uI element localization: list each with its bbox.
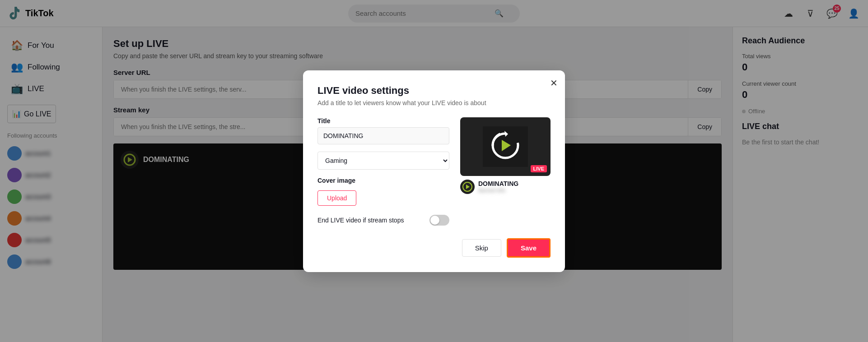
save-button[interactable]: Save [507, 238, 551, 258]
modal-body: Title Gaming Music Sports Education Come… [317, 117, 551, 226]
preview-sub: blurred info [478, 187, 518, 194]
cover-image-section: Cover image Upload [317, 177, 449, 206]
upload-button[interactable]: Upload [317, 190, 356, 206]
preview-avatar [460, 180, 475, 194]
live-video-settings-modal: ✕ LIVE video settings Add a title to let… [303, 70, 565, 272]
toggle-label: End LIVE video if stream stops [317, 217, 404, 224]
modal-footer: Skip Save [317, 238, 551, 258]
preview-thumbnail: LIVE [460, 117, 551, 176]
preview-name: DOMINATING [478, 180, 518, 187]
preview-card: LIVE DOMINATING blurred info [460, 117, 551, 226]
toggle-thumb [430, 216, 439, 225]
title-label: Title [317, 117, 449, 125]
preview-text: DOMINATING blurred info [478, 180, 518, 194]
modal-close-button[interactable]: ✕ [550, 78, 558, 88]
end-live-toggle[interactable] [429, 215, 449, 226]
modal-form: Title Gaming Music Sports Education Come… [317, 117, 449, 226]
cover-image-label: Cover image [317, 177, 449, 184]
preview-info: DOMINATING blurred info [460, 180, 551, 194]
modal-subtitle: Add a title to let viewers know what you… [317, 99, 551, 106]
modal-overlay[interactable]: ✕ LIVE video settings Add a title to let… [0, 0, 868, 342]
toggle-row: End LIVE video if stream stops [317, 215, 449, 226]
topic-select[interactable]: Gaming Music Sports Education Comedy [317, 152, 449, 170]
title-input[interactable] [317, 127, 449, 144]
modal-title: LIVE video settings [317, 85, 551, 97]
skip-button[interactable]: Skip [462, 239, 501, 257]
svg-marker-6 [466, 185, 470, 189]
live-badge: LIVE [531, 165, 547, 172]
